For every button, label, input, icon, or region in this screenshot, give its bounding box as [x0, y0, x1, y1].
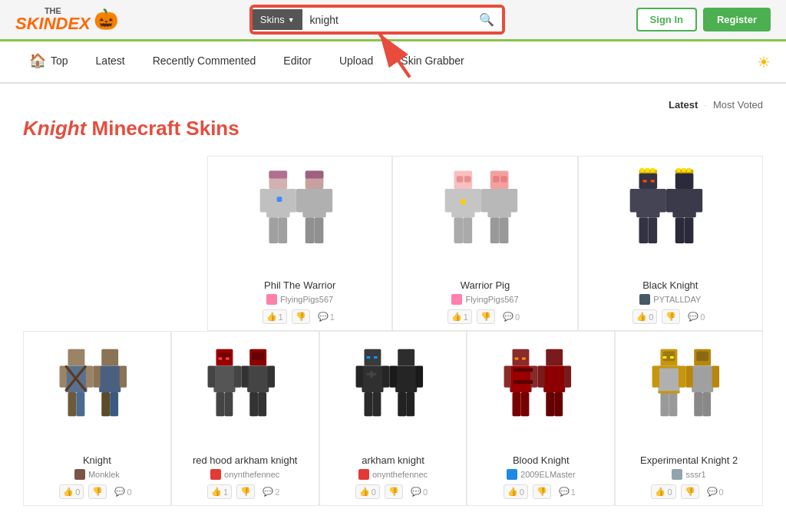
- skin-card-6[interactable]: Blood Knight 2009ELMaster 👍 0 👎 💬 1: [467, 331, 615, 506]
- comment-btn-6[interactable]: 💬 1: [556, 485, 579, 498]
- svg-rect-81: [234, 366, 241, 388]
- svg-rect-67: [77, 392, 85, 416]
- skin-card-2[interactable]: Black Knight PYTALLDAY 👍 0 👎 💬 0: [578, 156, 763, 331]
- svg-rect-93: [362, 366, 383, 392]
- page-title: Knight Minecraft Skins: [23, 117, 763, 140]
- dislike-btn-3[interactable]: 👎: [88, 484, 107, 499]
- skin-actions-0: 👍 1 👎 💬 1: [263, 309, 338, 324]
- svg-rect-98: [367, 356, 371, 359]
- theme-toggle-button[interactable]: ☀: [757, 53, 771, 71]
- svg-rect-116: [514, 358, 518, 360]
- svg-rect-62: [68, 349, 85, 366]
- skin-author-6: 2009ELMaster: [507, 469, 576, 480]
- svg-rect-65: [86, 366, 93, 388]
- svg-rect-27: [464, 176, 471, 182]
- logo-skindex: SKINDEX: [15, 15, 91, 32]
- svg-rect-115: [514, 380, 533, 384]
- svg-rect-10: [269, 170, 287, 178]
- like-btn-5[interactable]: 👍 0: [355, 484, 380, 499]
- sort-most-voted[interactable]: Most Voted: [713, 99, 763, 111]
- skin-card-4[interactable]: red hood arkham knight onynthefennec 👍 1…: [171, 331, 319, 506]
- like-btn-6[interactable]: 👍 0: [504, 484, 528, 499]
- svg-rect-53: [649, 217, 658, 243]
- skin-preview-6: [495, 341, 587, 448]
- dislike-btn-2[interactable]: 👎: [662, 309, 680, 324]
- sort-latest[interactable]: Latest: [669, 99, 698, 111]
- comment-btn-7[interactable]: 💬 0: [704, 485, 727, 498]
- nav-item-latest[interactable]: Latest: [82, 44, 139, 80]
- nav-item-top[interactable]: 🏠 Top: [15, 41, 82, 82]
- nav-item-recently-commented[interactable]: Recently Commented: [139, 44, 270, 80]
- svg-rect-40: [666, 189, 674, 212]
- skin-image-6: [503, 345, 580, 444]
- skin-card-5[interactable]: arkham knight onynthefennec 👍 0 👎 💬 0: [319, 331, 467, 506]
- svg-rect-128: [652, 366, 659, 388]
- svg-rect-82: [216, 392, 225, 416]
- skin-author-3: Monklek: [74, 469, 120, 480]
- sort-bar: Latest · Most Voted: [23, 99, 763, 111]
- dislike-btn-7[interactable]: 👎: [681, 484, 699, 499]
- svg-rect-32: [463, 217, 472, 243]
- skin-preview-2: [624, 166, 716, 273]
- author-avatar-2: [639, 294, 650, 305]
- skin-card-3[interactable]: Knight Monklek 👍 0 👎 💬 0: [23, 331, 171, 506]
- search-button[interactable]: 🔍: [471, 8, 502, 31]
- skin-card-1[interactable]: Warrior Pig FlyingPigs567 👍 1 👎 💬 0: [392, 156, 577, 331]
- nav-top-label: Top: [51, 55, 68, 67]
- nav-item-upload[interactable]: Upload: [325, 44, 387, 80]
- svg-rect-135: [670, 356, 674, 359]
- svg-rect-85: [226, 358, 230, 360]
- svg-rect-55: [651, 180, 655, 182]
- dislike-btn-4[interactable]: 👎: [236, 484, 255, 499]
- auth-buttons: Sign In Register: [636, 8, 771, 31]
- comment-btn-5[interactable]: 💬 0: [408, 485, 431, 498]
- dislike-btn-5[interactable]: 👎: [385, 484, 403, 499]
- svg-rect-36: [682, 168, 686, 172]
- svg-rect-20: [487, 189, 510, 217]
- svg-rect-22: [510, 189, 517, 212]
- like-btn-7[interactable]: 👍 0: [651, 484, 675, 499]
- skin-card-0[interactable]: Phil The Warrior FlyingPigs567 👍 1 👎 💬 1: [207, 156, 392, 331]
- svg-rect-12: [259, 189, 267, 212]
- comment-btn-0[interactable]: 💬 1: [315, 310, 338, 323]
- author-avatar-5: [358, 469, 369, 480]
- svg-rect-46: [646, 168, 649, 172]
- svg-rect-112: [512, 392, 520, 416]
- comment-btn-1[interactable]: 💬 0: [500, 310, 523, 323]
- svg-rect-113: [520, 392, 529, 416]
- author-avatar-7: [672, 469, 682, 480]
- skin-author-2: PYTALLDAY: [639, 294, 701, 305]
- svg-rect-49: [636, 189, 659, 217]
- nav-upload-label: Upload: [339, 55, 373, 67]
- svg-rect-133: [658, 391, 679, 393]
- author-name-1: FlyingPigs567: [465, 295, 518, 304]
- nav-item-skin-grabber[interactable]: Skin Grabber: [387, 44, 477, 80]
- dislike-btn-6[interactable]: 👎: [533, 484, 551, 499]
- search-type-dropdown[interactable]: Skins: [253, 9, 302, 30]
- svg-rect-16: [276, 197, 282, 202]
- svg-rect-19: [500, 176, 507, 182]
- svg-rect-13: [288, 189, 296, 212]
- author-avatar-4: [210, 469, 221, 480]
- search-input[interactable]: [302, 9, 471, 31]
- signin-button[interactable]: Sign In: [636, 8, 697, 31]
- like-btn-3[interactable]: 👍 0: [59, 484, 84, 499]
- skin-image-4: [206, 345, 283, 444]
- comment-btn-3[interactable]: 💬 0: [111, 485, 134, 498]
- nav-item-editor[interactable]: Editor: [269, 44, 325, 80]
- dislike-btn-0[interactable]: 👎: [292, 309, 310, 324]
- navbar: 🏠 Top Latest Recently Commented Editor U…: [0, 41, 786, 84]
- skin-card-7[interactable]: Experimental Knight 2 sssr1 👍 0 👎 💬 0: [615, 331, 763, 506]
- like-btn-0[interactable]: 👍 1: [263, 309, 287, 324]
- like-btn-4[interactable]: 👍 1: [207, 484, 232, 499]
- nav-recently-label: Recently Commented: [153, 55, 256, 67]
- svg-rect-88: [389, 366, 396, 388]
- register-button[interactable]: Register: [703, 8, 771, 31]
- like-btn-2[interactable]: 👍 0: [632, 309, 657, 324]
- like-btn-1[interactable]: 👍 1: [447, 309, 472, 324]
- logo[interactable]: THE SKINDEX 🎃: [15, 7, 118, 32]
- comment-btn-4[interactable]: 💬 2: [259, 485, 282, 498]
- comment-btn-2[interactable]: 💬 0: [685, 310, 708, 323]
- dislike-btn-1[interactable]: 👎: [477, 309, 495, 324]
- skin-image-7: [651, 345, 728, 444]
